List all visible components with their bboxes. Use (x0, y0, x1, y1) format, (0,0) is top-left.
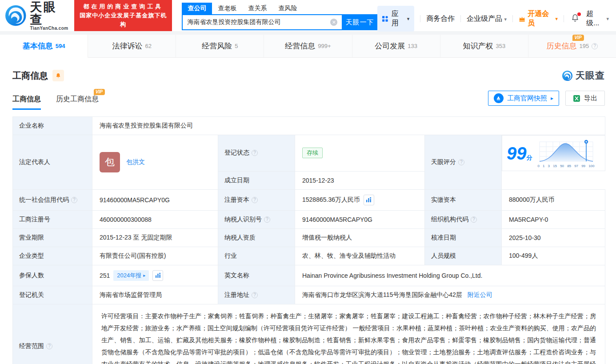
help-icon[interactable]: ? (264, 216, 270, 223)
search-button[interactable]: 天眼一下 (342, 14, 377, 30)
export-button[interactable]: 导出 (565, 91, 605, 106)
watermark-text: 天眼查 (576, 69, 605, 82)
score-tick: 1 (543, 164, 544, 168)
arrow-right-icon: ▸ (143, 273, 145, 278)
nav-vip-upgrade[interactable]: 开通会员 ▾ (519, 9, 558, 28)
help-icon[interactable]: ? (592, 43, 598, 49)
snapshot-label: 工商官网快照 (507, 94, 547, 103)
subtab-row: 工商信息 历史工商信息 VIP 工商官网快照 ▸ 导出 (0, 82, 616, 110)
tab-operation-risk[interactable]: 经营风险 5 (176, 35, 264, 57)
search-tab-risk[interactable]: 查风险 (272, 3, 303, 14)
tab-business-info[interactable]: 经营信息 999+ (264, 35, 352, 57)
official-snapshot-button[interactable]: 工商官网快照 ▸ (488, 91, 559, 106)
staff-size-value: 100-499人 (502, 247, 605, 265)
search-tab-company[interactable]: 查公司 (182, 3, 212, 14)
annual-report-label: 2024年报 (117, 272, 141, 280)
subtab-history-business-info[interactable]: 历史工商信息 VIP (56, 95, 99, 110)
table-row: 参保人数 251 2024年报 ▸ 英文名称 Hainan (13, 265, 605, 286)
vip-badge: VIP (94, 89, 105, 95)
clear-icon[interactable]: ✕ (330, 19, 337, 26)
bar-chart-icon (366, 197, 372, 203)
tab-label: 历史信息 (547, 42, 577, 50)
help-icon[interactable]: ? (71, 197, 77, 203)
score-label: 天眼评分? (425, 135, 502, 190)
nav-cooperation[interactable]: 商务合作 (426, 14, 455, 24)
tab-label: 基本信息 (23, 41, 53, 51)
help-icon[interactable]: ? (46, 343, 52, 349)
tab-basic-info[interactable]: 基本信息 594 (0, 35, 88, 58)
divider (564, 15, 564, 22)
establish-date-value: 2015-12-23 (295, 171, 425, 189)
apps-menu[interactable]: 应用 ▾ (377, 6, 414, 32)
help-icon[interactable]: ? (252, 150, 258, 156)
legal-rep-label: 法定代表人 (13, 135, 92, 190)
reg-status-label: 登记状态? (218, 135, 295, 172)
monitor-bell-button[interactable] (52, 70, 64, 81)
score-unit: 分 (527, 154, 532, 161)
org-code-value: MA5RCAPY-0 (502, 210, 605, 228)
excel-icon (573, 95, 580, 102)
help-icon[interactable]: ? (458, 159, 464, 165)
industry-value: 农、林、牧、渔专业及辅助性活动 (295, 247, 425, 265)
divider (460, 15, 461, 22)
tab-label: 经营信息 (285, 41, 315, 51)
reg-number-value: 460000000300088 (92, 210, 218, 228)
nav-super-vip[interactable]: 超级... ▾ (586, 9, 609, 28)
company-name-value: 海南省农垦投资控股集团有限公司 (92, 117, 605, 135)
tab-count: 353 (496, 43, 505, 49)
legal-rep-link[interactable]: 包洪文 (126, 158, 145, 166)
tab-legal-litigation[interactable]: 法律诉讼 62 (88, 35, 176, 57)
reg-capital-cell: 1528865.36万人民币 (295, 189, 425, 210)
stamp-icon (494, 93, 504, 103)
search-tab-relation[interactable]: 查关系 (242, 3, 272, 14)
arrow-right-icon: ▸ (551, 95, 553, 101)
nav-super-label: 超级... (586, 9, 604, 28)
top-nav: 应用 ▾ 商务合作 企业级产品 ▾ 开通会员 ▾ 超级.. (377, 6, 609, 32)
approval-date-label: 核准日期 (425, 228, 502, 247)
logo-domain: TianYanCha.com (30, 26, 69, 31)
insured-value: 251 (100, 272, 110, 279)
promo-banner[interactable]: 都在用的商业查询工具 国家中小企业发展子基金旗下机构 (74, 0, 172, 31)
table-row: 工商注册号 460000000300088 纳税人识别号? 91460000MA… (13, 210, 605, 228)
search-tab-boss[interactable]: 查老板 (212, 3, 242, 14)
capital-chart-button[interactable] (364, 195, 374, 205)
tab-company-development[interactable]: 公司发展 133 (352, 35, 440, 57)
taxpayer-quality-label: 纳税人资质 (218, 228, 295, 247)
help-icon[interactable]: ? (252, 197, 258, 203)
tab-label: 经营风险 (202, 41, 232, 51)
reg-authority-label: 登记机关 (13, 286, 92, 304)
tianyancha-logo[interactable]: 天眼查 TianYanCha.com (4, 1, 69, 31)
score-tick: 99 (581, 164, 585, 168)
status-badge: 存续 (302, 148, 323, 158)
insured-label: 参保人数 (13, 265, 92, 286)
help-icon[interactable]: ? (252, 292, 258, 298)
reg-address-label: 注册地址? (218, 286, 295, 304)
annual-report-pill[interactable]: 2024年报 ▸ (113, 270, 149, 281)
industry-label: 行业 (218, 247, 295, 265)
legal-rep-avatar[interactable]: 包 (100, 152, 120, 172)
label-text: 经营范围 (19, 342, 44, 350)
caret-down-icon: ▾ (407, 16, 410, 22)
score-tick: 3 (548, 164, 550, 168)
nearby-companies-link[interactable]: 附近公司 (468, 291, 492, 298)
insured-chart-button[interactable] (152, 270, 163, 281)
tab-intellectual-property[interactable]: 知识产权 353 (440, 35, 528, 57)
reg-number-label: 工商注册号 (13, 210, 92, 228)
search-input[interactable] (187, 19, 330, 26)
caret-down-icon: ▾ (556, 16, 558, 22)
score-ticks: 0131550859799100 (538, 164, 595, 168)
establish-date-label: 成立日期 (218, 171, 295, 189)
score-tick: 85 (567, 164, 571, 168)
reg-address-cell: 海南省海口市龙华区滨海大道115号海垦国际金融中心42层 附近公司 (295, 286, 605, 304)
tab-history-info[interactable]: 历史信息 VIP 195 ? (528, 35, 616, 57)
search-area: 查公司 查老板 查关系 查风险 ✕ 天眼一下 (182, 0, 377, 30)
tab-count: 195 (580, 43, 589, 49)
taxpayer-id-label: 纳税人识别号? (218, 210, 295, 228)
score-tick: 100 (588, 164, 594, 168)
subtab-business-info[interactable]: 工商信息 (12, 95, 41, 110)
staff-size-label: 人员规模 (425, 247, 502, 265)
help-icon[interactable]: ? (471, 216, 477, 223)
apps-grid-icon (382, 16, 388, 22)
nav-enterprise[interactable]: 企业级产品 ▾ (467, 14, 507, 24)
notification-bell[interactable] (571, 13, 580, 24)
